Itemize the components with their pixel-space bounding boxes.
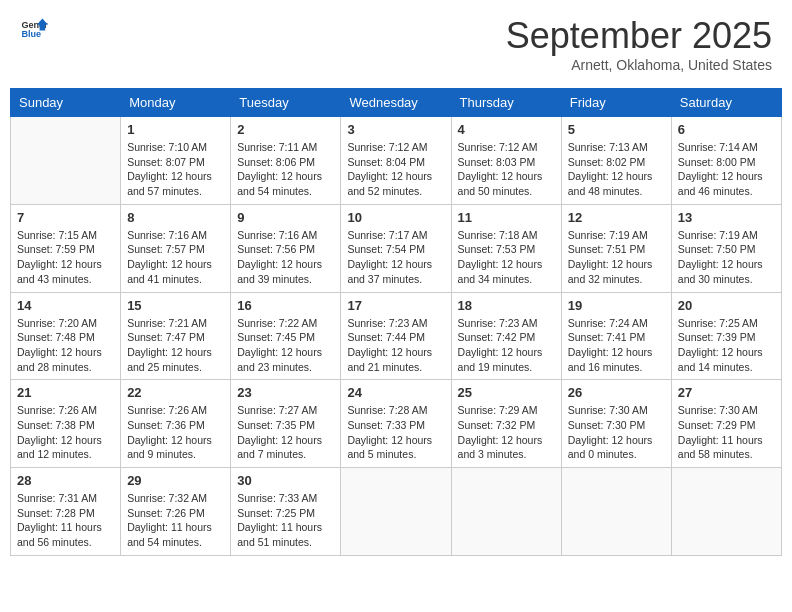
- header-thursday: Thursday: [451, 89, 561, 117]
- day-info: Sunrise: 7:28 AM Sunset: 7:33 PM Dayligh…: [347, 403, 444, 462]
- table-row: 28Sunrise: 7:31 AM Sunset: 7:28 PM Dayli…: [11, 468, 121, 556]
- table-row: [451, 468, 561, 556]
- day-info: Sunrise: 7:23 AM Sunset: 7:42 PM Dayligh…: [458, 316, 555, 375]
- day-info: Sunrise: 7:16 AM Sunset: 7:56 PM Dayligh…: [237, 228, 334, 287]
- day-number: 16: [237, 298, 334, 313]
- table-row: 2Sunrise: 7:11 AM Sunset: 8:06 PM Daylig…: [231, 117, 341, 205]
- table-row: 18Sunrise: 7:23 AM Sunset: 7:42 PM Dayli…: [451, 292, 561, 380]
- table-row: 22Sunrise: 7:26 AM Sunset: 7:36 PM Dayli…: [121, 380, 231, 468]
- day-info: Sunrise: 7:27 AM Sunset: 7:35 PM Dayligh…: [237, 403, 334, 462]
- table-row: 10Sunrise: 7:17 AM Sunset: 7:54 PM Dayli…: [341, 204, 451, 292]
- day-info: Sunrise: 7:10 AM Sunset: 8:07 PM Dayligh…: [127, 140, 224, 199]
- header-friday: Friday: [561, 89, 671, 117]
- day-number: 21: [17, 385, 114, 400]
- table-row: 16Sunrise: 7:22 AM Sunset: 7:45 PM Dayli…: [231, 292, 341, 380]
- day-number: 1: [127, 122, 224, 137]
- day-number: 23: [237, 385, 334, 400]
- day-number: 7: [17, 210, 114, 225]
- calendar-week-row: 1Sunrise: 7:10 AM Sunset: 8:07 PM Daylig…: [11, 117, 782, 205]
- table-row: 4Sunrise: 7:12 AM Sunset: 8:03 PM Daylig…: [451, 117, 561, 205]
- table-row: 7Sunrise: 7:15 AM Sunset: 7:59 PM Daylig…: [11, 204, 121, 292]
- table-row: 12Sunrise: 7:19 AM Sunset: 7:51 PM Dayli…: [561, 204, 671, 292]
- day-number: 10: [347, 210, 444, 225]
- header-monday: Monday: [121, 89, 231, 117]
- day-info: Sunrise: 7:24 AM Sunset: 7:41 PM Dayligh…: [568, 316, 665, 375]
- day-number: 22: [127, 385, 224, 400]
- day-number: 14: [17, 298, 114, 313]
- table-row: 13Sunrise: 7:19 AM Sunset: 7:50 PM Dayli…: [671, 204, 781, 292]
- day-number: 29: [127, 473, 224, 488]
- calendar-title: September 2025: [506, 15, 772, 57]
- day-number: 17: [347, 298, 444, 313]
- day-info: Sunrise: 7:22 AM Sunset: 7:45 PM Dayligh…: [237, 316, 334, 375]
- header-wednesday: Wednesday: [341, 89, 451, 117]
- table-row: 8Sunrise: 7:16 AM Sunset: 7:57 PM Daylig…: [121, 204, 231, 292]
- table-row: 9Sunrise: 7:16 AM Sunset: 7:56 PM Daylig…: [231, 204, 341, 292]
- day-info: Sunrise: 7:29 AM Sunset: 7:32 PM Dayligh…: [458, 403, 555, 462]
- table-row: 14Sunrise: 7:20 AM Sunset: 7:48 PM Dayli…: [11, 292, 121, 380]
- day-info: Sunrise: 7:15 AM Sunset: 7:59 PM Dayligh…: [17, 228, 114, 287]
- table-row: 21Sunrise: 7:26 AM Sunset: 7:38 PM Dayli…: [11, 380, 121, 468]
- table-row: 6Sunrise: 7:14 AM Sunset: 8:00 PM Daylig…: [671, 117, 781, 205]
- day-info: Sunrise: 7:11 AM Sunset: 8:06 PM Dayligh…: [237, 140, 334, 199]
- day-info: Sunrise: 7:26 AM Sunset: 7:38 PM Dayligh…: [17, 403, 114, 462]
- table-row: 23Sunrise: 7:27 AM Sunset: 7:35 PM Dayli…: [231, 380, 341, 468]
- calendar-week-row: 28Sunrise: 7:31 AM Sunset: 7:28 PM Dayli…: [11, 468, 782, 556]
- day-number: 27: [678, 385, 775, 400]
- table-row: [671, 468, 781, 556]
- svg-text:Blue: Blue: [21, 29, 41, 39]
- day-info: Sunrise: 7:25 AM Sunset: 7:39 PM Dayligh…: [678, 316, 775, 375]
- day-number: 11: [458, 210, 555, 225]
- day-number: 3: [347, 122, 444, 137]
- day-number: 8: [127, 210, 224, 225]
- table-row: [341, 468, 451, 556]
- logo: General Blue: [20, 15, 48, 43]
- table-row: 30Sunrise: 7:33 AM Sunset: 7:25 PM Dayli…: [231, 468, 341, 556]
- day-info: Sunrise: 7:33 AM Sunset: 7:25 PM Dayligh…: [237, 491, 334, 550]
- table-row: 1Sunrise: 7:10 AM Sunset: 8:07 PM Daylig…: [121, 117, 231, 205]
- table-row: [561, 468, 671, 556]
- calendar-week-row: 7Sunrise: 7:15 AM Sunset: 7:59 PM Daylig…: [11, 204, 782, 292]
- logo-icon: General Blue: [20, 15, 48, 43]
- header-sunday: Sunday: [11, 89, 121, 117]
- day-info: Sunrise: 7:16 AM Sunset: 7:57 PM Dayligh…: [127, 228, 224, 287]
- day-number: 4: [458, 122, 555, 137]
- day-info: Sunrise: 7:19 AM Sunset: 7:51 PM Dayligh…: [568, 228, 665, 287]
- day-number: 20: [678, 298, 775, 313]
- day-info: Sunrise: 7:30 AM Sunset: 7:30 PM Dayligh…: [568, 403, 665, 462]
- table-row: 5Sunrise: 7:13 AM Sunset: 8:02 PM Daylig…: [561, 117, 671, 205]
- day-info: Sunrise: 7:12 AM Sunset: 8:03 PM Dayligh…: [458, 140, 555, 199]
- table-row: 24Sunrise: 7:28 AM Sunset: 7:33 PM Dayli…: [341, 380, 451, 468]
- title-area: September 2025 Arnett, Oklahoma, United …: [506, 15, 772, 73]
- day-info: Sunrise: 7:19 AM Sunset: 7:50 PM Dayligh…: [678, 228, 775, 287]
- table-row: 27Sunrise: 7:30 AM Sunset: 7:29 PM Dayli…: [671, 380, 781, 468]
- header-tuesday: Tuesday: [231, 89, 341, 117]
- day-number: 28: [17, 473, 114, 488]
- day-number: 30: [237, 473, 334, 488]
- table-row: 3Sunrise: 7:12 AM Sunset: 8:04 PM Daylig…: [341, 117, 451, 205]
- header-saturday: Saturday: [671, 89, 781, 117]
- day-number: 24: [347, 385, 444, 400]
- table-row: 29Sunrise: 7:32 AM Sunset: 7:26 PM Dayli…: [121, 468, 231, 556]
- calendar-subtitle: Arnett, Oklahoma, United States: [506, 57, 772, 73]
- day-info: Sunrise: 7:18 AM Sunset: 7:53 PM Dayligh…: [458, 228, 555, 287]
- day-number: 2: [237, 122, 334, 137]
- day-info: Sunrise: 7:12 AM Sunset: 8:04 PM Dayligh…: [347, 140, 444, 199]
- table-row: 25Sunrise: 7:29 AM Sunset: 7:32 PM Dayli…: [451, 380, 561, 468]
- day-number: 5: [568, 122, 665, 137]
- day-info: Sunrise: 7:20 AM Sunset: 7:48 PM Dayligh…: [17, 316, 114, 375]
- day-info: Sunrise: 7:30 AM Sunset: 7:29 PM Dayligh…: [678, 403, 775, 462]
- day-info: Sunrise: 7:31 AM Sunset: 7:28 PM Dayligh…: [17, 491, 114, 550]
- day-number: 13: [678, 210, 775, 225]
- day-number: 18: [458, 298, 555, 313]
- table-row: 17Sunrise: 7:23 AM Sunset: 7:44 PM Dayli…: [341, 292, 451, 380]
- day-number: 6: [678, 122, 775, 137]
- day-info: Sunrise: 7:32 AM Sunset: 7:26 PM Dayligh…: [127, 491, 224, 550]
- table-row: 11Sunrise: 7:18 AM Sunset: 7:53 PM Dayli…: [451, 204, 561, 292]
- table-row: 26Sunrise: 7:30 AM Sunset: 7:30 PM Dayli…: [561, 380, 671, 468]
- calendar-table: Sunday Monday Tuesday Wednesday Thursday…: [10, 88, 782, 556]
- day-number: 19: [568, 298, 665, 313]
- table-row: [11, 117, 121, 205]
- weekday-header-row: Sunday Monday Tuesday Wednesday Thursday…: [11, 89, 782, 117]
- day-number: 25: [458, 385, 555, 400]
